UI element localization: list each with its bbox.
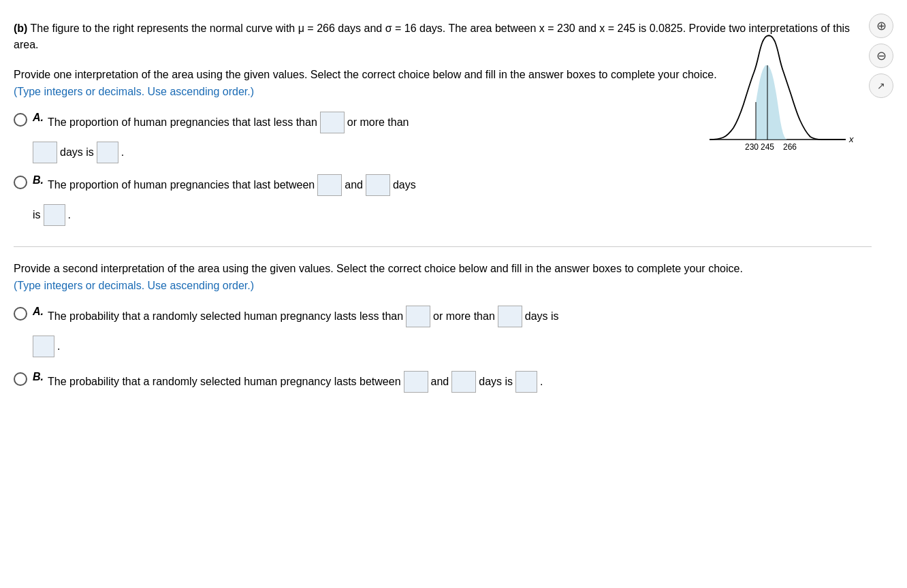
second-a-input1[interactable] bbox=[406, 306, 430, 327]
second-instruction: Provide a second interpretation of the a… bbox=[14, 261, 872, 277]
second-option-b-content: The probability that a randomly selected… bbox=[48, 371, 872, 393]
first-b-input3[interactable] bbox=[44, 204, 65, 226]
second-option-a-subrow: . bbox=[33, 336, 872, 357]
second-a-days-is: days is bbox=[525, 310, 559, 323]
first-option-b-label: B. bbox=[33, 174, 44, 186]
first-a-input2[interactable] bbox=[33, 142, 57, 163]
second-a-input2[interactable] bbox=[498, 306, 522, 327]
label-245: 245 bbox=[761, 142, 774, 152]
second-interpretation-section: Provide a second interpretation of the a… bbox=[14, 261, 872, 393]
second-option-a-radio[interactable] bbox=[14, 307, 27, 321]
second-b-and: and bbox=[431, 376, 449, 388]
second-a-period: . bbox=[57, 340, 60, 353]
zoom-out-icon: ⊖ bbox=[876, 48, 887, 63]
second-option-b-radio[interactable] bbox=[14, 372, 27, 386]
second-b-input2[interactable] bbox=[451, 371, 476, 393]
second-b-days-is: days is bbox=[479, 376, 513, 388]
zoom-in-button[interactable]: ⊕ bbox=[869, 14, 893, 38]
section-divider bbox=[14, 246, 872, 247]
first-a-input1[interactable] bbox=[320, 112, 345, 133]
second-type-hint: (Type integers or decimals. Use ascendin… bbox=[14, 280, 872, 292]
first-option-a-radio[interactable] bbox=[14, 113, 27, 127]
second-option-b-container: B. The probability that a randomly selec… bbox=[14, 371, 872, 393]
normal-curve-svg: 230 245 266 x bbox=[703, 14, 859, 163]
second-option-a-content: The probability that a randomly selected… bbox=[48, 306, 872, 327]
first-b-input1[interactable] bbox=[317, 174, 342, 196]
normal-curve-graph: ⊕ ⊖ ↗ 230 245 266 bbox=[703, 14, 893, 191]
first-b-period: . bbox=[68, 209, 71, 221]
second-option-a-container: A. The probability that a randomly selec… bbox=[14, 306, 872, 357]
second-option-a-row: A. The probability that a randomly selec… bbox=[14, 306, 872, 327]
first-a-input3[interactable] bbox=[97, 142, 118, 163]
first-b-and: and bbox=[345, 179, 363, 191]
first-a-period: . bbox=[121, 146, 124, 159]
first-a-text-middle: or more than bbox=[347, 116, 409, 129]
first-a-text-before: The proportion of human pregnancies that… bbox=[48, 116, 317, 129]
first-option-b-subrow: is . bbox=[33, 204, 872, 226]
second-a-input3[interactable] bbox=[33, 336, 54, 357]
first-b-input2[interactable] bbox=[366, 174, 390, 196]
second-b-input1[interactable] bbox=[404, 371, 428, 393]
second-b-period: . bbox=[540, 376, 543, 388]
first-b-text-before: The proportion of human pregnancies that… bbox=[48, 179, 315, 191]
first-b-is: is bbox=[33, 209, 41, 221]
label-266: 266 bbox=[783, 142, 797, 152]
zoom-out-button[interactable]: ⊖ bbox=[869, 44, 893, 68]
x-axis-label: x bbox=[848, 134, 854, 144]
first-a-text-sub: days is bbox=[60, 146, 94, 159]
second-option-b-label: B. bbox=[33, 371, 44, 383]
first-option-a-label: A. bbox=[33, 112, 44, 124]
second-a-text-before: The probability that a randomly selected… bbox=[48, 310, 403, 323]
label-230: 230 bbox=[745, 142, 759, 152]
second-option-a-label: A. bbox=[33, 306, 44, 318]
zoom-in-icon: ⊕ bbox=[876, 18, 887, 33]
second-b-input3[interactable] bbox=[515, 371, 537, 393]
first-b-text-after: days bbox=[393, 179, 416, 191]
problem-b-bold: (b) bbox=[14, 22, 27, 34]
first-option-b-radio[interactable] bbox=[14, 176, 27, 189]
second-a-or-more: or more than bbox=[433, 310, 495, 323]
second-option-b-row: B. The probability that a randomly selec… bbox=[14, 371, 872, 393]
second-b-text-before: The probability that a randomly selected… bbox=[48, 376, 401, 388]
external-link-button[interactable]: ↗ bbox=[869, 74, 893, 98]
graph-tools: ⊕ ⊖ ↗ bbox=[869, 14, 893, 98]
external-link-icon: ↗ bbox=[877, 80, 885, 91]
svg-marker-2 bbox=[756, 65, 787, 140]
